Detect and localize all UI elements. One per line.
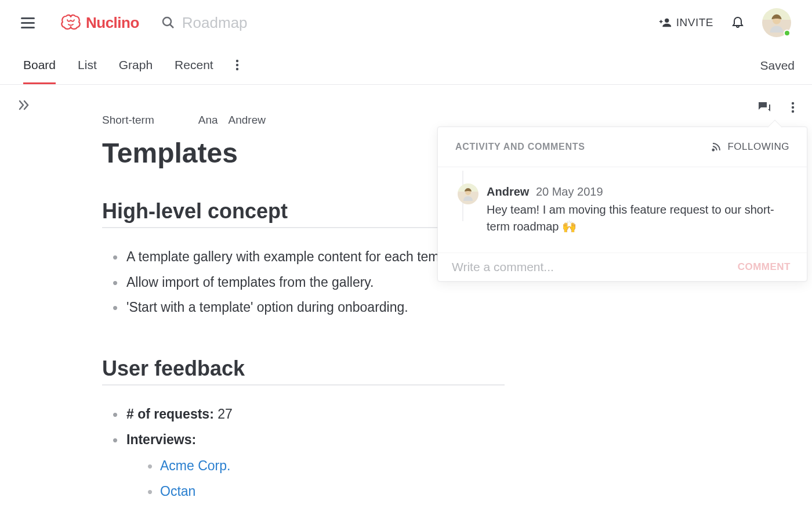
comment-text: Hey team! I am moving this feature reque… (487, 201, 789, 235)
svg-point-0 (163, 17, 171, 26)
collaborator[interactable]: Ana (198, 114, 218, 127)
value: 27 (217, 406, 233, 421)
panel-header: ACTIVITY AND COMMENTS FOLLOWING (438, 127, 807, 167)
panel-body: Andrew 20 May 2019 Hey team! I am moving… (438, 167, 807, 253)
panel-footer: COMMENT (438, 253, 807, 281)
following-toggle[interactable]: FOLLOWING (711, 141, 789, 153)
collaborator[interactable]: Andrew (229, 114, 266, 127)
comment-input[interactable] (452, 260, 661, 274)
label: Interviews: (126, 432, 196, 447)
bullet-list: # of requests: 27 Interviews: Acme Corp.… (102, 402, 505, 505)
emoji: 🙌 (562, 220, 577, 233)
tabs-more-icon[interactable] (235, 59, 239, 84)
link-item[interactable]: Acme Corp. (147, 453, 505, 479)
invite-icon (659, 16, 672, 29)
comment-author[interactable]: Andrew (487, 185, 529, 198)
activity-panel: ACTIVITY AND COMMENTS FOLLOWING Andrew 2… (437, 127, 807, 282)
main-area: Short-term Ana Andrew Templates High-lev… (0, 85, 812, 508)
comment-avatar[interactable] (458, 183, 478, 204)
breadcrumb[interactable]: Short-term (102, 114, 154, 127)
tab-graph[interactable]: Graph (119, 58, 153, 84)
brain-icon (60, 14, 81, 31)
rss-icon (711, 142, 722, 152)
svg-point-9 (713, 149, 715, 151)
notifications-icon[interactable] (731, 15, 745, 31)
invite-label: INVITE (676, 16, 713, 29)
link-item[interactable]: Octan (147, 479, 505, 505)
topbar: Nuclino INVITE (0, 0, 812, 45)
expand-sidebar-icon[interactable] (19, 100, 31, 113)
view-tabs: Board List Graph Recent (17, 58, 239, 84)
brand-name: Nuclino (86, 14, 139, 32)
tab-board[interactable]: Board (23, 58, 56, 84)
list-item[interactable]: # of requests: 27 (113, 402, 505, 427)
document: Short-term Ana Andrew Templates High-lev… (0, 85, 505, 505)
menu-icon[interactable] (21, 15, 37, 31)
svg-point-7 (792, 106, 794, 109)
comment-submit-button[interactable]: COMMENT (738, 261, 791, 273)
svg-point-4 (235, 63, 238, 66)
comment-content: Andrew 20 May 2019 Hey team! I am moving… (487, 183, 789, 235)
list-item[interactable]: Interviews: Acme Corp. Octan (113, 427, 505, 505)
search-icon[interactable] (161, 16, 175, 30)
topbar-right: INVITE (659, 8, 791, 37)
search (161, 14, 659, 32)
comments-icon[interactable] (757, 101, 771, 114)
tab-recent[interactable]: Recent (175, 58, 213, 84)
collaborators: Ana Andrew (198, 114, 266, 127)
doc-more-icon[interactable] (791, 102, 795, 113)
section-heading: User feedback (102, 356, 505, 385)
presence-indicator (784, 30, 791, 37)
svg-point-5 (235, 67, 238, 70)
svg-point-8 (792, 110, 794, 113)
search-input[interactable] (182, 14, 333, 32)
comment: Andrew 20 May 2019 Hey team! I am moving… (454, 183, 789, 235)
svg-point-1 (665, 19, 669, 23)
save-status: Saved (760, 59, 795, 84)
invite-button[interactable]: INVITE (659, 16, 713, 29)
view-tabs-row: Board List Graph Recent Saved (0, 45, 812, 85)
svg-point-6 (792, 102, 794, 105)
comment-date: 20 May 2019 (536, 185, 603, 198)
brand-logo[interactable]: Nuclino (60, 14, 139, 32)
tab-list[interactable]: List (78, 58, 97, 84)
panel-title: ACTIVITY AND COMMENTS (455, 142, 585, 152)
avatar[interactable] (762, 8, 791, 37)
list-item[interactable]: 'Start with a template' option during on… (113, 295, 505, 320)
svg-point-3 (235, 59, 238, 62)
label: # of requests: (126, 406, 214, 421)
doc-meta-row: Short-term Ana Andrew (102, 114, 505, 127)
following-label: FOLLOWING (727, 141, 789, 153)
sub-list: Acme Corp. Octan (126, 453, 505, 504)
doc-actions (757, 101, 795, 114)
